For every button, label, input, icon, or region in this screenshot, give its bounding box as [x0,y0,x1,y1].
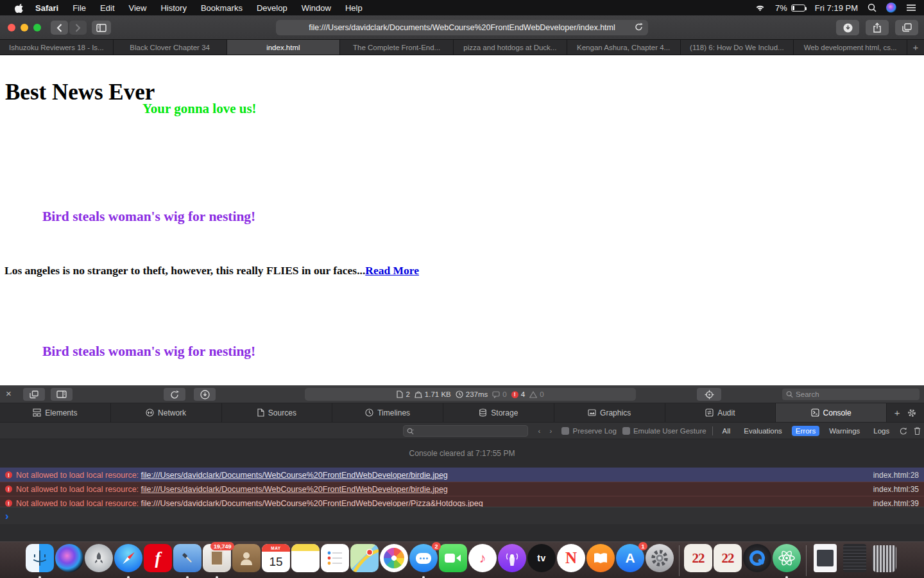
menu-window[interactable]: Window [295,3,338,13]
tab-network[interactable]: Network [111,403,222,422]
error-location-link[interactable]: index.html:28 [873,471,919,480]
clear-network-icon[interactable] [899,426,908,436]
dock-tv[interactable]: tv [527,544,556,578]
dock-quicktime[interactable] [742,544,772,578]
dock-document-file[interactable] [810,544,840,578]
dock-finder[interactable] [25,544,55,578]
dock-system-preferences[interactable] [645,544,674,578]
tab-index-html[interactable]: index.html [227,40,341,55]
inspector-search-input[interactable] [796,390,916,398]
dock-flash-app[interactable]: f [143,544,173,578]
new-tab-button[interactable]: + [907,40,924,55]
console-filter-field[interactable] [403,425,528,437]
dock-app-store[interactable]: 1 A [615,544,645,578]
tab-kengan-ashura[interactable]: Kengan Ashura, Chapter 4... [567,40,681,55]
tab-timelines[interactable]: Timelines [332,403,443,422]
dock-app-22-second[interactable]: 22 [713,544,742,578]
scope-errors[interactable]: Errors [792,426,819,436]
menu-help[interactable]: Help [338,3,370,13]
window-zoom-button[interactable] [33,24,41,31]
dock-mail[interactable]: 19,749 [202,544,232,578]
scope-logs[interactable]: Logs [869,426,893,436]
inspector-close-button[interactable]: × [6,387,12,400]
dock-notes[interactable] [291,544,320,578]
dock-dark-file[interactable] [840,544,869,578]
address-bar[interactable]: file:///Users/davidclark/Documents/WebCo… [276,20,648,35]
dock-contacts[interactable] [232,544,261,578]
scope-evaluations[interactable]: Evaluations [740,426,785,436]
tab-front-end-course[interactable]: The Complete Front-End... [340,40,454,55]
find-previous-button[interactable]: ‹ [534,427,544,435]
dock-messages[interactable]: 2 [409,544,438,578]
menu-clock[interactable]: Fri 7:19 PM [815,3,858,13]
detach-inspector-button[interactable] [23,388,45,401]
dock-reminders[interactable] [320,544,350,578]
dock-launchpad[interactable] [84,544,114,578]
dock-atom[interactable] [772,544,801,578]
siri-icon[interactable] [886,3,896,13]
battery-indicator[interactable]: 7% [775,3,805,13]
menu-bookmarks[interactable]: Bookmarks [194,3,250,13]
menu-history[interactable]: History [153,3,193,13]
tab-web-development[interactable]: Web development html, cs... [794,40,907,55]
inspector-download-button[interactable] [194,388,216,401]
dock-siri[interactable] [55,544,84,578]
dock-books[interactable] [586,544,615,578]
menu-edit[interactable]: Edit [93,3,121,13]
apple-menu[interactable] [9,3,28,13]
tab-elements[interactable]: Elements [0,403,111,422]
dock-trash[interactable] [869,544,899,578]
dock-safari[interactable] [114,544,143,578]
tab-how-do-we-include[interactable]: (118) 6: How Do We Includ... [681,40,794,55]
share-button[interactable] [866,20,889,35]
tab-storage[interactable]: Storage [443,403,554,422]
add-inspector-tab-button[interactable]: + [894,407,900,418]
element-inspect-button[interactable] [697,388,721,401]
tab-graphics[interactable]: Graphics [554,403,665,422]
console-error-row[interactable]: ! Not allowed to load local resource: fi… [0,482,924,496]
reload-button[interactable] [635,22,643,31]
read-more-link[interactable]: Read More [365,264,419,277]
tab-black-clover[interactable]: Black Clover Chapter 34 [114,40,227,55]
inspector-status-bar[interactable]: 2 1.71 KB 237ms 0 ! 4 0 [305,388,636,401]
find-next-button[interactable]: › [545,427,556,435]
inspector-search-field[interactable] [782,389,920,400]
wifi-icon[interactable] [755,4,766,12]
forward-button[interactable] [69,21,87,35]
tab-pizza-hotdogs[interactable]: pizza and hotdogs at Duck... [454,40,567,55]
menu-file[interactable]: File [65,3,93,13]
tab-ishuzoku[interactable]: Ishuzoku Reviewers 18 - Is... [0,40,114,55]
scope-all[interactable]: All [719,426,735,436]
trash-icon[interactable] [914,426,921,435]
preserve-log-checkbox[interactable]: Preserve Log [561,427,616,435]
downloads-button[interactable] [836,20,859,35]
tab-sources[interactable]: Sources [222,403,333,422]
dock-maps[interactable] [350,544,379,578]
gear-icon[interactable] [907,408,916,417]
dock-music[interactable]: ♪ [468,544,497,578]
sidebar-toggle-button[interactable] [92,21,111,35]
dock-photos[interactable] [379,544,409,578]
menu-view[interactable]: View [122,3,154,13]
dock-podcasts[interactable] [497,544,527,578]
tab-console[interactable]: Console [776,403,887,422]
scope-warnings[interactable]: Warnings [825,426,864,436]
console-error-row[interactable]: ! Not allowed to load local resource: fi… [0,468,924,482]
error-location-link[interactable]: index.html:35 [873,485,919,494]
notification-center-icon[interactable] [906,4,916,12]
menu-develop[interactable]: Develop [250,3,295,13]
spotlight-icon[interactable] [868,3,877,12]
dock-calendar[interactable]: MAY 15 [261,544,291,578]
dock-xcode[interactable] [173,544,202,578]
error-resource-link[interactable]: file:///Users/davidclark/Documents/WebCo… [141,471,448,480]
inspector-reload-button[interactable] [164,388,185,401]
dock-side-button[interactable] [51,388,73,401]
window-minimize-button[interactable] [21,24,28,31]
tab-overview-button[interactable] [895,20,918,35]
dock-news[interactable]: N [556,544,586,578]
error-resource-link[interactable]: file:///Users/davidclark/Documents/WebCo… [141,485,448,494]
back-button[interactable] [51,21,68,35]
window-close-button[interactable] [8,24,15,31]
console-prompt[interactable]: › [0,507,924,524]
emulate-user-gesture-checkbox[interactable]: Emulate User Gesture [622,427,706,435]
